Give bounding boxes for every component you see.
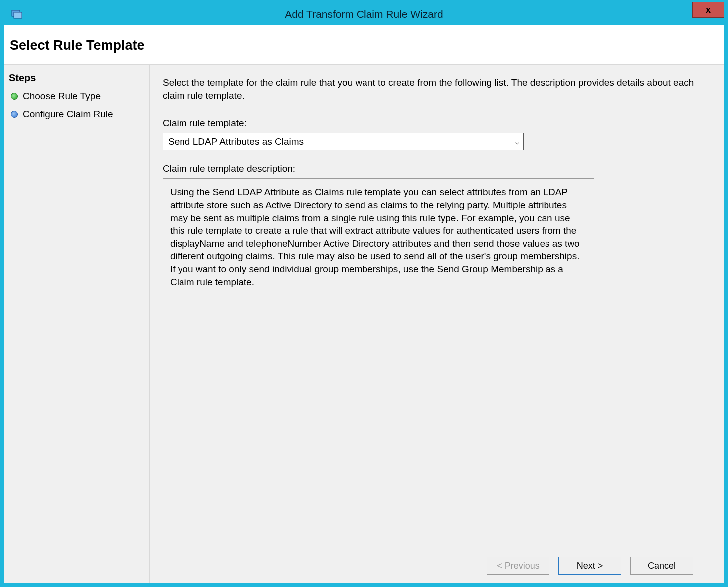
chevron-down-icon: ⌵ [515,138,519,145]
description-field-label: Claim rule template description: [163,163,711,174]
page-header: Select Rule Template [4,25,724,65]
template-description: Using the Send LDAP Attribute as Claims … [163,178,594,295]
wizard-window: Add Transform Claim Rule Wizard x Select… [0,0,728,587]
app-icon [11,8,23,20]
btn-label: Next > [577,561,603,571]
intro-text: Select the template for the claim rule t… [163,76,711,102]
steps-heading: Steps [4,69,149,88]
spacer [163,295,711,548]
content-panel: Select the template for the claim rule t… [150,65,724,583]
step-bullet-pending-icon [11,111,18,118]
wizard-body: Steps Choose Rule Type Configure Claim R… [4,65,724,583]
titlebar: Add Transform Claim Rule Wizard x [4,4,724,25]
step-label: Choose Rule Type [23,91,101,102]
step-bullet-active-icon [11,93,18,100]
claim-rule-template-select[interactable]: Send LDAP Attributes as Claims ⌵ [163,133,524,150]
step-label: Configure Claim Rule [23,109,113,120]
window-title: Add Transform Claim Rule Wizard [4,8,724,20]
close-button[interactable]: x [692,2,724,18]
svg-rect-1 [14,12,22,18]
step-choose-rule-type[interactable]: Choose Rule Type [4,88,149,106]
steps-sidebar: Steps Choose Rule Type Configure Claim R… [4,65,150,583]
wizard-footer: < Previous Next > Cancel [163,548,711,583]
btn-label: Cancel [648,561,676,571]
next-button[interactable]: Next > [558,557,621,575]
step-configure-claim-rule[interactable]: Configure Claim Rule [4,106,149,124]
cancel-button[interactable]: Cancel [630,557,693,575]
template-field-label: Claim rule template: [163,118,711,129]
page-title: Select Rule Template [10,38,722,53]
btn-label: < Previous [497,561,540,571]
template-selected-value: Send LDAP Attributes as Claims [168,136,515,147]
close-icon: x [706,5,711,15]
previous-button: < Previous [487,557,549,575]
